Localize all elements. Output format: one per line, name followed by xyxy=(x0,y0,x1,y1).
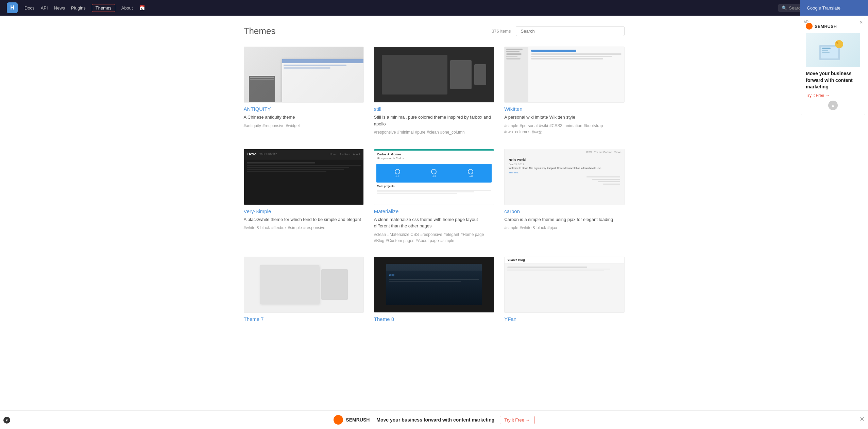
theme-name-link[interactable]: still xyxy=(374,106,494,112)
theme-search-input[interactable] xyxy=(516,26,625,36)
theme-description: A personal wiki imitate Wikitten style xyxy=(504,114,624,121)
theme-preview-image xyxy=(244,257,364,313)
nav-themes[interactable]: Themes xyxy=(92,4,115,12)
semrush-logo: SEMRUSH xyxy=(806,23,860,30)
theme-description: Carbon is a simple theme using pjax for … xyxy=(504,216,624,223)
site-logo[interactable]: H xyxy=(7,2,18,13)
theme-tag: #clean xyxy=(427,130,439,135)
theme-tag: #one_column xyxy=(440,130,465,135)
theme-tag: #responsive xyxy=(303,225,325,230)
theme-tag: #Custom pages xyxy=(386,238,414,243)
nav-api[interactable]: API xyxy=(41,5,48,11)
ad-close-button[interactable]: ✕ xyxy=(860,20,863,25)
theme-preview-image: RSS Theme:Carbon Views Hello World Dec 2… xyxy=(504,149,624,205)
theme-preview-image: Blog xyxy=(374,257,494,313)
search-icon: 🔍 xyxy=(782,5,787,11)
theme-tags: #simple#personal#wiki#CSS3_animation#boo… xyxy=(504,123,624,135)
semrush-brand: SEMRUSH xyxy=(815,24,837,29)
google-translate-bar[interactable]: Google Translate xyxy=(800,0,868,16)
theme-description: A black/white theme for which tend to be… xyxy=(244,216,364,223)
nav-news[interactable]: News xyxy=(54,5,65,11)
theme-name-link[interactable]: YFan xyxy=(504,316,624,322)
theme-tag: #simple xyxy=(504,123,518,128)
theme-name-link[interactable]: Very-Simple xyxy=(244,208,364,214)
theme-card-carbon[interactable]: RSS Theme:Carbon Views Hello World Dec 2… xyxy=(504,149,624,243)
scroll-up-button[interactable]: ▲ xyxy=(828,101,838,110)
theme-card-antiquity[interactable]: ANTIQUITY A Chinese antiquity theme #ant… xyxy=(244,47,364,135)
nav-plugins[interactable]: Plugins xyxy=(71,5,86,11)
theme-tag: #wiki xyxy=(539,123,548,128)
theme-tags: #clean#Materialize CSS#responsive#elegan… xyxy=(374,232,494,243)
theme-tag: #widget xyxy=(286,123,300,128)
theme-name-link[interactable]: Theme 7 xyxy=(244,316,364,322)
theme-tags: #white & black#flexbox#simple#responsive xyxy=(244,225,364,230)
page-content: Themes 376 items xyxy=(237,16,631,334)
theme-tag: #white & black xyxy=(244,225,270,230)
theme-tag: #minimal xyxy=(397,130,414,135)
theme-tag: #About page xyxy=(416,238,439,243)
ad-headline: Move your business forward with content … xyxy=(806,70,860,90)
theme-card-very-simple[interactable]: Hexo Your Sub title Home Archives About xyxy=(244,149,364,243)
page-header: Themes 376 items xyxy=(244,26,625,36)
theme-tag: #responsive xyxy=(262,123,285,128)
page-header-right: 376 items xyxy=(492,26,624,36)
theme-description: Still is a minimal, pure colored theme i… xyxy=(374,114,494,127)
svg-rect-2 xyxy=(822,48,831,49)
theme-name-link[interactable]: Wikitten xyxy=(504,106,624,112)
theme-tag: #Blog xyxy=(374,238,385,243)
theme-tag: #elegant xyxy=(444,232,459,237)
theme-name-link[interactable]: carbon xyxy=(504,208,624,214)
theme-tag: #pjax xyxy=(547,225,557,230)
theme-tag: #responsive xyxy=(374,130,396,135)
theme-name-link[interactable]: Materialize xyxy=(374,208,494,214)
theme-card-wikitten[interactable]: Wikitten A personal wiki imitate Wikitte… xyxy=(504,47,624,135)
calendar-icon[interactable]: 📅 xyxy=(139,5,145,11)
nav-links: Docs API News Plugins Themes About 📅 xyxy=(24,4,775,12)
theme-tags: #responsive#minimal#pure#clean#one_colum… xyxy=(374,130,494,135)
theme-tag: #CSS3_animation xyxy=(549,123,582,128)
ad-illustration xyxy=(819,38,847,62)
nav-docs[interactable]: Docs xyxy=(24,5,35,11)
svg-rect-3 xyxy=(822,50,828,51)
theme-tag: #simple xyxy=(440,238,454,243)
theme-name-link[interactable]: ANTIQUITY xyxy=(244,106,364,112)
sidebar-ad: AD ✕ SEMRUSH Move your business forward … xyxy=(801,18,865,115)
theme-card-materialize[interactable]: Carlos A. Gomez Hi, my name is Carlos sk… xyxy=(374,149,494,243)
theme-tags: #simple#white & black#pjax xyxy=(504,225,624,230)
svg-rect-4 xyxy=(822,52,830,53)
theme-name-link[interactable]: Theme 8 xyxy=(374,316,494,322)
theme-preview-image: Hexo Your Sub title Home Archives About xyxy=(244,149,364,205)
theme-card-bottom2[interactable]: Blog Theme 8 xyxy=(374,257,494,324)
theme-card-bottom1[interactable]: Theme 7 xyxy=(244,257,364,324)
semrush-icon xyxy=(806,23,813,30)
theme-tag: #clean xyxy=(374,232,386,237)
theme-description: A Chinese antiquity theme xyxy=(244,114,364,121)
theme-tag: #bootstrap xyxy=(584,123,603,128)
theme-tags: #antiquity#responsive#widget xyxy=(244,123,364,128)
theme-tag: #personal xyxy=(520,123,538,128)
theme-tag: #pure xyxy=(415,130,426,135)
google-translate-label: Google Translate xyxy=(807,5,840,11)
item-count: 376 items xyxy=(492,29,511,34)
theme-card-still[interactable]: still Still is a minimal, pure colored t… xyxy=(374,47,494,135)
theme-tag: #white & black xyxy=(520,225,546,230)
theme-tag: #responsive xyxy=(420,232,442,237)
theme-tag: #Home page xyxy=(461,232,484,237)
theme-tag: #simple xyxy=(504,225,518,230)
theme-preview-image xyxy=(244,47,364,103)
navbar: H Docs API News Plugins Themes About 📅 🔍… xyxy=(0,0,868,16)
theme-preview-image: YFan's Blog xyxy=(504,257,624,313)
theme-tag: #Materialize CSS xyxy=(387,232,419,237)
theme-description: A clean materialize css theme with home … xyxy=(374,216,494,229)
theme-card-bottom3[interactable]: YFan's Blog YFan xyxy=(504,257,624,324)
theme-tag: #antiquity xyxy=(244,123,261,128)
nav-about[interactable]: About xyxy=(121,5,133,11)
page-title: Themes xyxy=(244,26,276,36)
svg-point-5 xyxy=(835,40,843,48)
ad-image xyxy=(806,33,860,67)
theme-preview-image: Carlos A. Gomez Hi, my name is Carlos sk… xyxy=(374,149,494,205)
theme-tag: #simple xyxy=(288,225,302,230)
theme-tag: #中文 xyxy=(532,130,542,135)
logo-letter: H xyxy=(10,5,14,11)
ad-cta-button[interactable]: Try it Free → xyxy=(806,93,860,98)
